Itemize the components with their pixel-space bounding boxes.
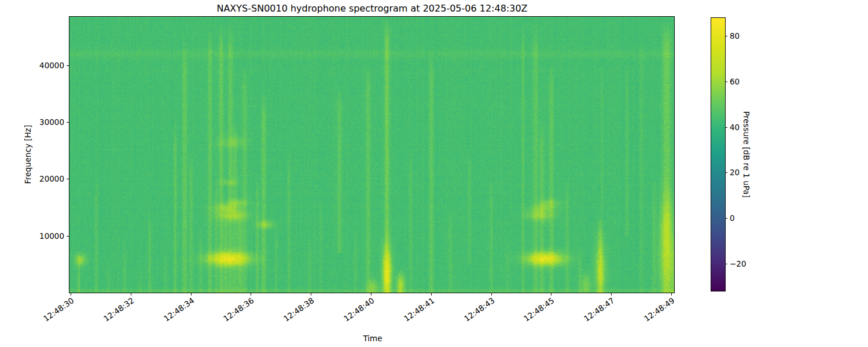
x-axis-label: Time <box>363 334 382 343</box>
colorbar-tick-label: 60 <box>730 77 740 86</box>
tick-mark <box>67 179 69 179</box>
tick-mark <box>551 293 551 296</box>
tick-mark <box>67 236 69 237</box>
chart-title: NAXYS-SN0010 hydrophone spectrogram at 2… <box>216 3 527 14</box>
x-tick-label: 12:48:32 <box>100 296 135 324</box>
y-axis-label: Frequency [Hz] <box>23 125 32 184</box>
tick-mark <box>611 293 612 296</box>
tick-mark <box>725 36 727 36</box>
y-tick-label: 40000 <box>35 61 64 69</box>
x-tick-label: 12:48:38 <box>281 296 315 324</box>
y-tick-label: 30000 <box>35 118 64 126</box>
y-tick-label: 10000 <box>35 232 64 240</box>
x-tick-label: 12:48:36 <box>220 296 255 324</box>
tick-mark <box>725 127 727 128</box>
tick-mark <box>431 293 432 296</box>
tick-mark <box>67 122 69 123</box>
tick-mark <box>725 82 727 82</box>
tick-mark <box>725 264 727 264</box>
x-tick-label: 12:48:30 <box>41 296 75 324</box>
tick-mark <box>251 293 251 296</box>
x-tick-label: 12:48:40 <box>341 296 376 324</box>
x-tick-label: 12:48:43 <box>461 296 495 324</box>
plot-area <box>69 16 675 293</box>
x-tick-label: 12:48:34 <box>160 296 195 324</box>
spectrogram-canvas <box>69 17 674 293</box>
colorbar-tick-label: 0 <box>730 214 735 222</box>
tick-mark <box>725 172 727 173</box>
tick-mark <box>67 65 69 66</box>
x-tick-label: 12:48:41 <box>400 296 435 324</box>
y-tick-label: 20000 <box>35 175 64 183</box>
tick-mark <box>191 293 192 296</box>
tick-mark <box>671 293 672 296</box>
tick-mark <box>131 293 131 296</box>
tick-mark <box>725 218 727 219</box>
x-tick-label: 12:48:45 <box>521 296 556 324</box>
colorbar-tick-label: 20 <box>730 168 740 176</box>
tick-mark <box>71 293 71 296</box>
tick-mark <box>371 293 372 296</box>
colorbar-tick-label: −20 <box>730 260 746 268</box>
tick-mark <box>311 293 311 296</box>
colorbar-tick-label: 40 <box>730 123 740 131</box>
colorbar-label: Pressure [dB re 1 uPa] <box>742 111 751 198</box>
colorbar <box>711 17 726 291</box>
tick-mark <box>491 293 492 296</box>
x-tick-label: 12:48:49 <box>641 296 676 324</box>
x-tick-label: 12:48:47 <box>581 296 616 324</box>
colorbar-tick-label: 80 <box>730 32 740 40</box>
spectrogram-figure: NAXYS-SN0010 hydrophone spectrogram at 2… <box>0 0 868 347</box>
